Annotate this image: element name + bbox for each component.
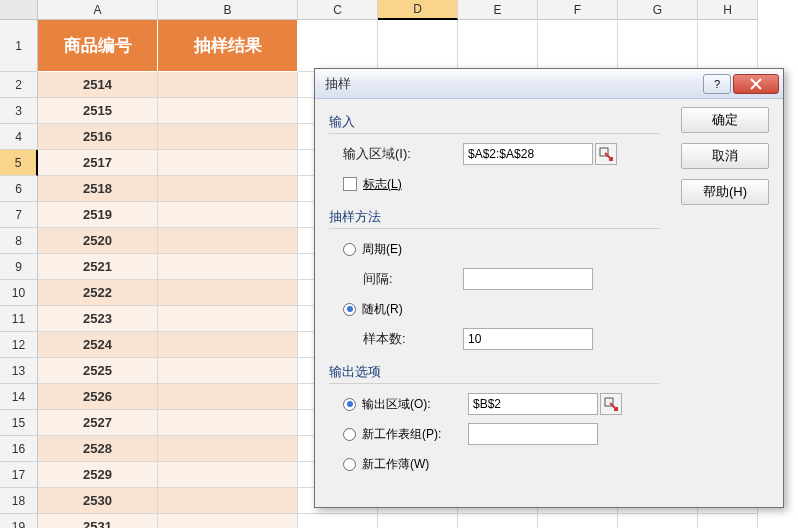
cell[interactable] bbox=[538, 514, 618, 528]
cell-b[interactable] bbox=[158, 72, 298, 98]
row-header-1[interactable]: 1 bbox=[0, 20, 38, 72]
cell-b[interactable] bbox=[158, 332, 298, 358]
row-header[interactable]: 10 bbox=[0, 280, 38, 306]
row-header[interactable]: 7 bbox=[0, 202, 38, 228]
cell-a[interactable]: 2524 bbox=[38, 332, 158, 358]
cell-b[interactable] bbox=[158, 176, 298, 202]
input-range-field[interactable] bbox=[463, 143, 593, 165]
cell-b[interactable] bbox=[158, 254, 298, 280]
row-header[interactable]: 13 bbox=[0, 358, 38, 384]
cell-b[interactable] bbox=[158, 124, 298, 150]
cell[interactable] bbox=[298, 20, 378, 72]
row-header[interactable]: 4 bbox=[0, 124, 38, 150]
row-header[interactable]: 19 bbox=[0, 514, 38, 528]
cell-b[interactable] bbox=[158, 150, 298, 176]
cancel-button[interactable]: 取消 bbox=[681, 143, 769, 169]
row-header[interactable]: 3 bbox=[0, 98, 38, 124]
cell-a[interactable]: 2516 bbox=[38, 124, 158, 150]
cell[interactable] bbox=[378, 20, 458, 72]
cell-a[interactable]: 2514 bbox=[38, 72, 158, 98]
row-header[interactable]: 6 bbox=[0, 176, 38, 202]
cell-b[interactable] bbox=[158, 410, 298, 436]
col-header-f[interactable]: F bbox=[538, 0, 618, 20]
header-cell-b[interactable]: 抽样结果 bbox=[158, 20, 298, 72]
cell-a[interactable]: 2522 bbox=[38, 280, 158, 306]
cell-a[interactable]: 2531 bbox=[38, 514, 158, 528]
close-button[interactable] bbox=[733, 74, 779, 94]
row-header[interactable]: 14 bbox=[0, 384, 38, 410]
col-header-c[interactable]: C bbox=[298, 0, 378, 20]
range-picker-button[interactable] bbox=[600, 393, 622, 415]
row-header[interactable]: 5 bbox=[0, 150, 38, 176]
cell[interactable] bbox=[698, 514, 758, 528]
row-header[interactable]: 17 bbox=[0, 462, 38, 488]
cell-b[interactable] bbox=[158, 202, 298, 228]
samples-field[interactable] bbox=[463, 328, 593, 350]
cell-b[interactable] bbox=[158, 462, 298, 488]
col-header-a[interactable]: A bbox=[38, 0, 158, 20]
cell-a[interactable]: 2527 bbox=[38, 410, 158, 436]
cell-a[interactable]: 2523 bbox=[38, 306, 158, 332]
interval-field[interactable] bbox=[463, 268, 593, 290]
cell-a[interactable]: 2529 bbox=[38, 462, 158, 488]
cell[interactable] bbox=[458, 514, 538, 528]
new-book-radio[interactable] bbox=[343, 458, 356, 471]
cell-b[interactable] bbox=[158, 280, 298, 306]
cell-b[interactable] bbox=[158, 228, 298, 254]
row-header[interactable]: 2 bbox=[0, 72, 38, 98]
row-header[interactable]: 18 bbox=[0, 488, 38, 514]
help-button[interactable]: 帮助(H) bbox=[681, 179, 769, 205]
output-range-field[interactable] bbox=[468, 393, 598, 415]
row-header[interactable]: 11 bbox=[0, 306, 38, 332]
col-header-g[interactable]: G bbox=[618, 0, 698, 20]
new-sheet-radio[interactable] bbox=[343, 428, 356, 441]
cell-a[interactable]: 2520 bbox=[38, 228, 158, 254]
col-header-e[interactable]: E bbox=[458, 0, 538, 20]
ok-button[interactable]: 确定 bbox=[681, 107, 769, 133]
range-picker-button[interactable] bbox=[595, 143, 617, 165]
periodic-radio[interactable] bbox=[343, 243, 356, 256]
row-header[interactable]: 15 bbox=[0, 410, 38, 436]
sampling-dialog: 抽样 ? 确定 取消 帮助(H) 输入 输入区域(I): 标志(L) bbox=[314, 68, 784, 508]
cell-a[interactable]: 2528 bbox=[38, 436, 158, 462]
new-sheet-field[interactable] bbox=[468, 423, 598, 445]
dialog-titlebar[interactable]: 抽样 ? bbox=[315, 69, 783, 99]
flags-checkbox[interactable] bbox=[343, 177, 357, 191]
cell-a[interactable]: 2526 bbox=[38, 384, 158, 410]
row-header[interactable]: 12 bbox=[0, 332, 38, 358]
cell[interactable] bbox=[298, 514, 378, 528]
cell[interactable] bbox=[618, 20, 698, 72]
cell-b[interactable] bbox=[158, 358, 298, 384]
help-titlebar-button[interactable]: ? bbox=[703, 74, 731, 94]
periodic-row: 周期(E) bbox=[343, 237, 659, 261]
output-range-radio[interactable] bbox=[343, 398, 356, 411]
header-cell-a[interactable]: 商品编号 bbox=[38, 20, 158, 72]
row-header[interactable]: 16 bbox=[0, 436, 38, 462]
cell[interactable] bbox=[618, 514, 698, 528]
cell-a[interactable]: 2519 bbox=[38, 202, 158, 228]
cell-b[interactable] bbox=[158, 436, 298, 462]
dialog-body: 确定 取消 帮助(H) 输入 输入区域(I): 标志(L) 抽样方法 bbox=[315, 99, 783, 507]
cell-a[interactable]: 2517 bbox=[38, 150, 158, 176]
row-header[interactable]: 9 bbox=[0, 254, 38, 280]
cell[interactable] bbox=[698, 20, 758, 72]
row-header[interactable]: 8 bbox=[0, 228, 38, 254]
cell[interactable] bbox=[458, 20, 538, 72]
col-header-d[interactable]: D bbox=[378, 0, 458, 20]
cell-b[interactable] bbox=[158, 488, 298, 514]
cell-b[interactable] bbox=[158, 514, 298, 528]
cell[interactable] bbox=[378, 514, 458, 528]
cell-b[interactable] bbox=[158, 306, 298, 332]
random-radio[interactable] bbox=[343, 303, 356, 316]
col-header-h[interactable]: H bbox=[698, 0, 758, 20]
cell-b[interactable] bbox=[158, 98, 298, 124]
select-all-corner[interactable] bbox=[0, 0, 38, 20]
col-header-b[interactable]: B bbox=[158, 0, 298, 20]
cell-a[interactable]: 2521 bbox=[38, 254, 158, 280]
cell-a[interactable]: 2515 bbox=[38, 98, 158, 124]
cell-a[interactable]: 2518 bbox=[38, 176, 158, 202]
cell[interactable] bbox=[538, 20, 618, 72]
cell-a[interactable]: 2525 bbox=[38, 358, 158, 384]
cell-b[interactable] bbox=[158, 384, 298, 410]
cell-a[interactable]: 2530 bbox=[38, 488, 158, 514]
